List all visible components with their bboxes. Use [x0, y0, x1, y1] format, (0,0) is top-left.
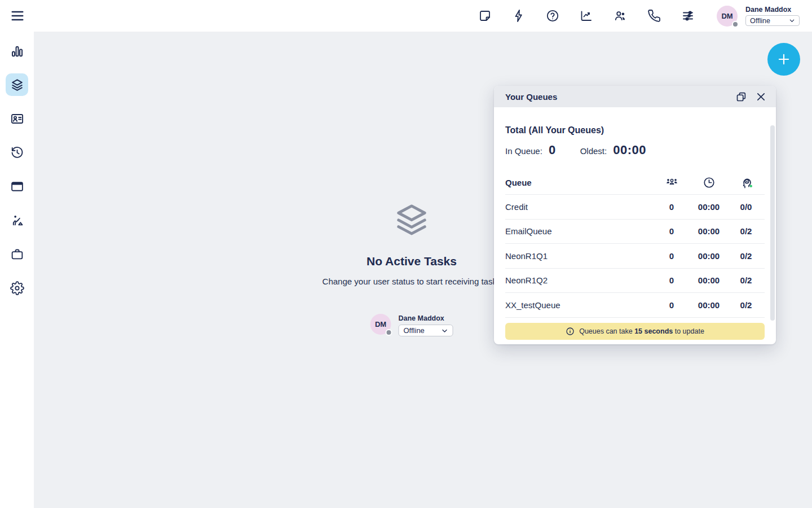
- queue-oldest-value: 00:00: [690, 226, 727, 236]
- queue-row[interactable]: NeonR1Q1 0 00:00 0/2: [505, 244, 765, 269]
- queue-oldest-value: 00:00: [690, 300, 727, 310]
- info-icon: [566, 327, 575, 336]
- user-status-card: DM Dane Maddox Offline: [370, 314, 453, 336]
- offline-presence-dot: [732, 21, 739, 28]
- queue-oldest-value: 00:00: [690, 275, 727, 285]
- queue-agents-value: 0/0: [727, 202, 765, 212]
- contacts-users-icon[interactable]: [614, 9, 627, 23]
- user-card-avatar: DM: [370, 314, 391, 335]
- offline-presence-dot: [386, 329, 392, 336]
- queue-row[interactable]: NeonR1Q2 0 00:00 0/2: [505, 269, 765, 294]
- in-queue-value: 0: [549, 143, 556, 157]
- queue-row[interactable]: Credit 0 00:00 0/0: [505, 195, 765, 220]
- queue-row[interactable]: XX_testQueue 0 00:00 0/2: [505, 293, 765, 318]
- queue-row[interactable]: EmailQueue 0 00:00 0/2: [505, 220, 765, 244]
- queue-column-header: Queue: [505, 178, 653, 187]
- oldest-value: 00:00: [613, 143, 646, 157]
- plus-icon: [776, 52, 791, 67]
- queue-agents-value: 0/2: [727, 275, 765, 285]
- panel-header[interactable]: Your Queues: [494, 86, 776, 107]
- queue-in-queue-value: 0: [653, 251, 690, 261]
- avatar-initials: DM: [721, 12, 732, 20]
- gear-icon: [10, 281, 24, 295]
- your-queues-panel: Your Queues Total (All Your Queues) In Q…: [494, 86, 776, 344]
- sidebar-item-activity-history[interactable]: [6, 141, 28, 164]
- sidebar-item-briefcase[interactable]: [6, 243, 28, 265]
- chevron-down-icon: [789, 17, 795, 24]
- avatar-initials: DM: [375, 320, 386, 329]
- notes-icon[interactable]: [478, 9, 492, 23]
- totals-row: In Queue: 0 Oldest: 00:00: [505, 143, 765, 157]
- topbar-avatar[interactable]: DM: [717, 6, 738, 27]
- user-card-name: Dane Maddox: [399, 314, 453, 322]
- agents-availability-icon: [727, 176, 765, 189]
- bar-chart-icon: [10, 44, 24, 58]
- briefcase-icon: [10, 247, 24, 261]
- queue-name: XX_testQueue: [505, 300, 653, 310]
- construction-worker-icon: [10, 213, 24, 227]
- browser-window-icon: [10, 179, 24, 194]
- queue-name: NeonR1Q1: [505, 251, 653, 261]
- queue-agents-value: 0/2: [727, 226, 765, 236]
- sidebar-item-settings[interactable]: [6, 277, 28, 299]
- topbar-user-block: Dane Maddox Offline: [745, 6, 800, 26]
- queue-oldest-value: 00:00: [690, 251, 727, 261]
- sidebar-item-workbench[interactable]: [6, 209, 28, 231]
- shortcuts-lightning-icon[interactable]: [512, 9, 526, 23]
- layers-empty-icon: [394, 204, 429, 235]
- status-select-value: Offline: [750, 17, 770, 25]
- panel-scrollbar-thumb[interactable]: [770, 125, 775, 321]
- close-icon[interactable]: [755, 91, 767, 103]
- notice-text: Queues can take 15 seconds to update: [579, 327, 704, 335]
- waiting-time-clock-icon: [690, 176, 727, 189]
- queues-update-notice: Queues can take 15 seconds to update: [505, 323, 765, 340]
- history-icon: [10, 146, 24, 160]
- layers-icon: [10, 78, 24, 92]
- queue-name: EmailQueue: [505, 226, 653, 236]
- sidebar-item-dashboard[interactable]: [6, 40, 28, 62]
- sidebar: [0, 32, 34, 508]
- queue-in-queue-value: 0: [653, 202, 690, 212]
- queue-agents-value: 0/2: [727, 251, 765, 261]
- topbar: DM Dane Maddox Offline: [0, 0, 812, 32]
- chevron-down-icon: [442, 327, 448, 334]
- oldest-label: Oldest:: [580, 146, 607, 156]
- queue-in-queue-value: 0: [653, 300, 690, 310]
- topbar-actions: [478, 9, 695, 23]
- queue-oldest-value: 00:00: [690, 202, 727, 212]
- totals-heading: Total (All Your Queues): [505, 125, 765, 135]
- queue-agents-value: 0/2: [727, 300, 765, 310]
- hamburger-menu-icon[interactable]: [10, 8, 25, 23]
- add-task-button[interactable]: [767, 43, 800, 76]
- panel-body: Total (All Your Queues) In Queue: 0 Olde…: [494, 125, 776, 340]
- reporting-chart-icon[interactable]: [580, 9, 593, 23]
- queue-table-header: Queue: [505, 176, 765, 195]
- queue-name: NeonR1Q2: [505, 275, 653, 285]
- panel-title: Your Queues: [505, 92, 727, 102]
- sidebar-item-workspace-window[interactable]: [6, 175, 28, 198]
- status-select[interactable]: Offline: [745, 15, 800, 26]
- sidebar-item-tasks[interactable]: [6, 73, 28, 96]
- queue-name: Credit: [505, 202, 653, 212]
- help-icon[interactable]: [546, 9, 559, 23]
- queue-in-queue-value: 0: [653, 226, 690, 236]
- contact-card-icon: [10, 112, 24, 126]
- preferences-sliders-icon[interactable]: [681, 9, 695, 23]
- popout-window-icon[interactable]: [735, 91, 747, 103]
- contacts-in-queue-icon: [653, 176, 690, 189]
- user-name: Dane Maddox: [745, 6, 800, 14]
- queue-in-queue-value: 0: [653, 275, 690, 285]
- callbar-phone-icon[interactable]: [647, 9, 661, 23]
- status-select-value: Offline: [404, 326, 425, 335]
- in-queue-label: In Queue:: [505, 146, 542, 156]
- sidebar-item-contacts[interactable]: [6, 107, 28, 130]
- user-card-status-select[interactable]: Offline: [399, 325, 453, 336]
